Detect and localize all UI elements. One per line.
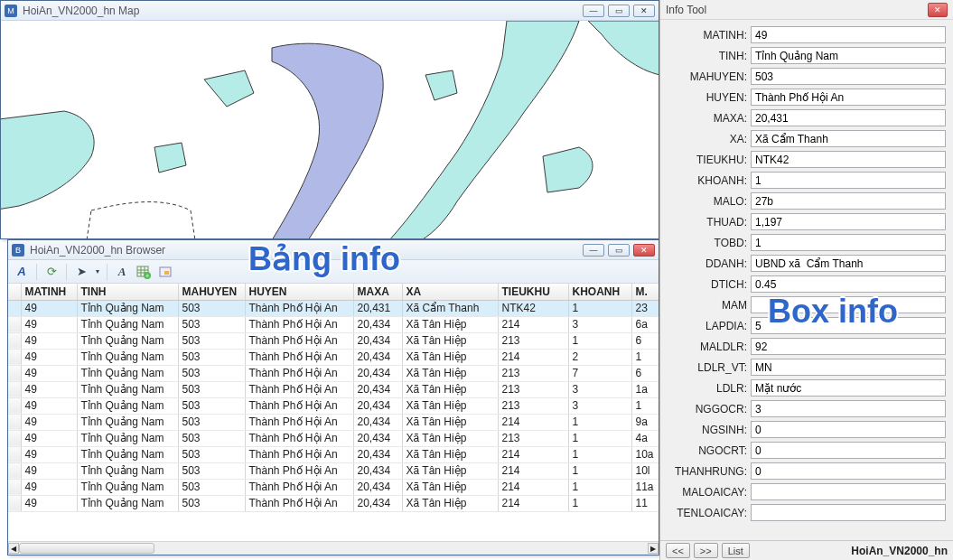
table-cell[interactable]: 10a (631, 446, 659, 462)
table-cell[interactable]: 20,431 (353, 300, 402, 316)
table-cell[interactable]: 214 (498, 446, 568, 462)
table-cell[interactable]: 503 (178, 430, 245, 446)
table-cell[interactable]: Xã Tân Hiệp (402, 332, 498, 349)
info-field-input[interactable] (751, 26, 946, 43)
info-field-input[interactable] (751, 379, 946, 397)
table-cell[interactable]: 49 (21, 381, 77, 397)
table-cell[interactable]: 49 (21, 300, 77, 316)
table-cell[interactable]: Xã Tân Hiệp (402, 349, 498, 365)
table-cell[interactable]: 214 (498, 349, 568, 365)
info-field-input[interactable] (751, 130, 946, 147)
info-field-input[interactable] (751, 296, 946, 313)
column-header[interactable]: MAHUYEN (178, 284, 245, 300)
info-field-input[interactable] (751, 275, 946, 293)
table-cell[interactable]: 20,434 (353, 381, 402, 397)
table-cell[interactable]: 503 (178, 495, 245, 511)
table-cell[interactable]: 3 (568, 316, 631, 332)
close-button[interactable]: ✕ (633, 5, 655, 17)
row-header[interactable] (8, 300, 21, 316)
table-cell[interactable]: 49 (21, 430, 77, 446)
sort-az-icon[interactable]: A (12, 262, 32, 282)
table-row[interactable]: 49Tỉnh Quảng Nam503Thành Phố Hội An20,43… (8, 381, 659, 397)
scroll-right-icon[interactable]: ▶ (648, 543, 659, 554)
map-window-titlebar[interactable]: M HoiAn_VN2000_hn Map — ▭ ✕ (1, 1, 659, 21)
table-cell[interactable]: Tỉnh Quảng Nam (77, 479, 178, 495)
column-header[interactable]: KHOANH (568, 284, 631, 300)
table-cell[interactable]: Thành Phố Hội An (245, 349, 353, 365)
table-cell[interactable]: 3 (568, 381, 631, 397)
table-cell[interactable]: Xã Tân Hiệp (402, 495, 498, 511)
table-cell[interactable]: 20,434 (353, 446, 402, 462)
info-field-input[interactable] (751, 338, 946, 355)
info-tool-titlebar[interactable]: Info Tool ✕ (660, 0, 953, 20)
table-cell[interactable]: Tỉnh Quảng Nam (77, 430, 178, 446)
table-cell[interactable]: 214 (498, 316, 568, 332)
table-cell[interactable]: 213 (498, 365, 568, 381)
table-cell[interactable]: 1 (631, 397, 659, 414)
column-header[interactable]: HUYEN (245, 284, 353, 300)
table-cell[interactable]: Thành Phố Hội An (245, 300, 353, 316)
table-row[interactable]: 49Tỉnh Quảng Nam503Thành Phố Hội An20,43… (8, 316, 659, 332)
table-cell[interactable]: 1 (568, 495, 631, 511)
table-cell[interactable]: 49 (21, 462, 77, 479)
close-button[interactable]: ✕ (633, 244, 655, 257)
table-cell[interactable]: Xã Tân Hiệp (402, 397, 498, 414)
row-header[interactable] (8, 397, 21, 414)
table-cell[interactable]: Thành Phố Hội An (245, 430, 353, 446)
refresh-icon[interactable]: ⟳ (42, 262, 61, 282)
style-text-icon[interactable]: A (112, 262, 132, 282)
table-cell[interactable]: 20,434 (353, 332, 402, 349)
info-field-input[interactable] (751, 213, 946, 230)
table-cell[interactable]: 503 (178, 381, 245, 397)
table-cell[interactable]: 214 (498, 414, 568, 430)
table-cell[interactable]: 1 (568, 446, 631, 462)
table-cell[interactable]: 1 (568, 430, 631, 446)
info-field-input[interactable] (751, 462, 946, 480)
table-cell[interactable]: Thành Phố Hội An (245, 397, 353, 414)
row-header[interactable] (8, 446, 21, 462)
table-cell[interactable]: 49 (21, 365, 77, 381)
browser-table[interactable]: MATINHTINHMAHUYENHUYENMAXAXATIEUKHUKHOAN… (8, 284, 659, 512)
browser-horizontal-scrollbar[interactable]: ◀ ▶ (8, 541, 659, 555)
table-row[interactable]: 49Tỉnh Quảng Nam503Thành Phố Hội An20,43… (8, 446, 659, 462)
table-cell[interactable]: 11 (631, 495, 659, 511)
table-cell[interactable]: Tỉnh Quảng Nam (77, 495, 178, 511)
table-cell[interactable]: 20,434 (353, 365, 402, 381)
table-cell[interactable]: 213 (498, 430, 568, 446)
table-cell[interactable]: Xã Tân Hiệp (402, 446, 498, 462)
row-header[interactable] (8, 462, 21, 479)
table-cell[interactable]: 9a (631, 414, 659, 430)
list-button[interactable]: List (722, 543, 750, 558)
column-header[interactable]: M. (631, 284, 659, 300)
column-header[interactable]: MATINH (21, 284, 77, 300)
table-row[interactable]: 49Tỉnh Quảng Nam503Thành Phố Hội An20,43… (8, 414, 659, 430)
table-cell[interactable]: 6 (631, 365, 659, 381)
table-row[interactable]: 49Tỉnh Quảng Nam503Thành Phố Hội An20,43… (8, 397, 659, 414)
table-cell[interactable]: 503 (178, 365, 245, 381)
info-field-input[interactable] (751, 47, 946, 64)
info-field-input[interactable] (751, 192, 946, 210)
table-row[interactable]: 49Tỉnh Quảng Nam503Thành Phố Hội An20,43… (8, 495, 659, 511)
info-field-input[interactable] (751, 504, 946, 521)
table-cell[interactable]: 10l (631, 462, 659, 479)
table-cell[interactable]: 1 (568, 479, 631, 495)
table-cell[interactable]: 20,434 (353, 414, 402, 430)
table-cell[interactable]: 1 (568, 332, 631, 349)
scroll-left-icon[interactable]: ◀ (8, 543, 19, 554)
table-cell[interactable]: 49 (21, 397, 77, 414)
table-cell[interactable]: 20,434 (353, 495, 402, 511)
minimize-button[interactable]: — (583, 244, 604, 257)
table-cell[interactable]: 4a (631, 430, 659, 446)
table-row[interactable]: 49Tỉnh Quảng Nam503Thành Phố Hội An20,43… (8, 332, 659, 349)
table-cell[interactable]: 20,434 (353, 316, 402, 332)
table-row[interactable]: 49Tỉnh Quảng Nam503Thành Phố Hội An20,43… (8, 365, 659, 381)
table-cell[interactable]: Xã Tân Hiệp (402, 479, 498, 495)
table-cell[interactable]: Tỉnh Quảng Nam (77, 332, 178, 349)
table-cell[interactable]: 213 (498, 332, 568, 349)
table-cell[interactable]: 2 (568, 349, 631, 365)
table-cell[interactable]: Thành Phố Hội An (245, 495, 353, 511)
info-field-input[interactable] (751, 421, 946, 438)
table-cell[interactable]: Tỉnh Quảng Nam (77, 446, 178, 462)
row-header[interactable] (8, 316, 21, 332)
table-cell[interactable]: Tỉnh Quảng Nam (77, 397, 178, 414)
